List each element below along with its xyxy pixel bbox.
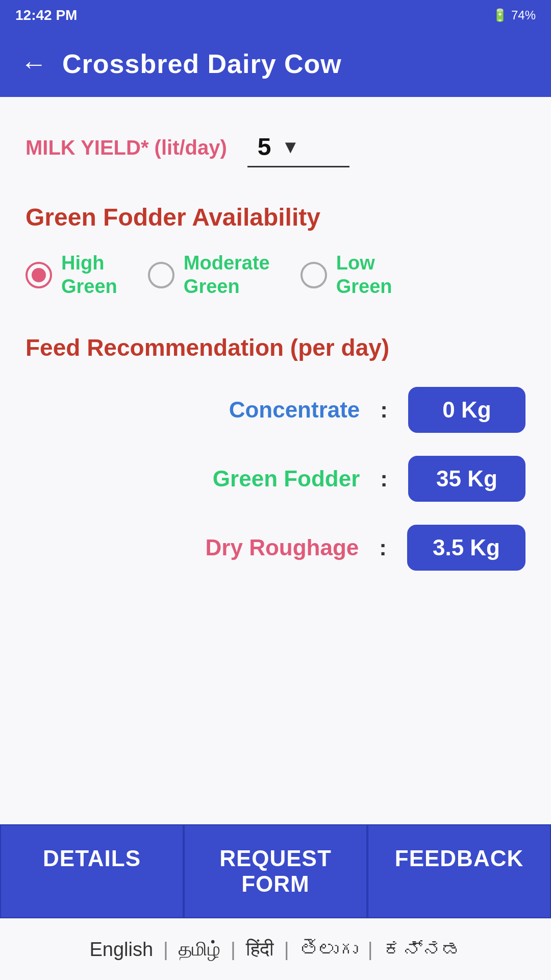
status-bar: 12:42 PM 🔋 74% bbox=[0, 0, 551, 31]
lang-kannada[interactable]: ಕನ್ನಡ bbox=[383, 939, 462, 961]
dry-roughage-label: Dry Roughage bbox=[206, 535, 359, 560]
milk-yield-label: MILK YIELD* (lit/day) bbox=[26, 136, 227, 159]
request-form-button[interactable]: REQUEST FORM bbox=[184, 824, 367, 918]
language-bar: English | தமிழ் | हिंदी | తెలుగు | ಕನ್ನಡ bbox=[0, 918, 551, 980]
feed-recommendation-title: Feed Recommendation (per day) bbox=[26, 334, 525, 361]
app-header: ← Crossbred Dairy Cow bbox=[0, 31, 551, 97]
green-fodder-colon: : bbox=[380, 466, 388, 492]
radio-moderate-green[interactable]: ModerateGreen bbox=[148, 252, 270, 298]
status-icons: 🔋 74% bbox=[492, 8, 536, 22]
green-fodder-value: 35 Kg bbox=[408, 456, 525, 502]
back-button[interactable]: ← bbox=[20, 48, 47, 79]
status-time: 12:42 PM bbox=[15, 7, 77, 23]
bottom-buttons: DETAILS REQUEST FORM FEEDBACK bbox=[0, 824, 551, 918]
green-fodder-radio-group: HighGreen ModerateGreen LowGreen bbox=[26, 252, 525, 298]
dropdown-arrow-icon: ▼ bbox=[282, 136, 300, 158]
lang-sep-1: | bbox=[163, 939, 168, 961]
feed-row-dry-roughage: Dry Roughage : 3.5 Kg bbox=[26, 525, 525, 571]
details-button[interactable]: DETAILS bbox=[0, 824, 184, 918]
milk-yield-value: 5 bbox=[258, 133, 271, 161]
lang-english[interactable]: English bbox=[89, 939, 153, 961]
green-fodder-title: Green Fodder Availability bbox=[26, 203, 525, 231]
main-content: MILK YIELD* (lit/day) 5 ▼ Green Fodder A… bbox=[0, 97, 551, 824]
radio-circle-high bbox=[26, 262, 52, 288]
feed-row-green-fodder: Green Fodder : 35 Kg bbox=[26, 456, 525, 502]
radio-circle-low bbox=[300, 262, 327, 288]
lang-sep-4: | bbox=[368, 939, 373, 961]
lang-telugu[interactable]: తెలుగు bbox=[299, 939, 358, 961]
page-title: Crossbred Dairy Cow bbox=[62, 48, 342, 79]
concentrate-colon: : bbox=[380, 397, 388, 423]
radio-label-low: LowGreen bbox=[336, 252, 392, 298]
milk-yield-dropdown[interactable]: 5 ▼ bbox=[247, 128, 349, 167]
concentrate-value: 0 Kg bbox=[408, 387, 525, 433]
radio-label-high: HighGreen bbox=[61, 252, 117, 298]
green-fodder-label: Green Fodder bbox=[213, 466, 360, 492]
radio-high-green[interactable]: HighGreen bbox=[26, 252, 117, 298]
radio-low-green[interactable]: LowGreen bbox=[300, 252, 392, 298]
battery-indicator: 🔋 74% bbox=[492, 8, 536, 22]
lang-sep-3: | bbox=[284, 939, 289, 961]
milk-yield-row: MILK YIELD* (lit/day) 5 ▼ bbox=[26, 128, 525, 167]
lang-tamil[interactable]: தமிழ் bbox=[179, 938, 220, 961]
feed-row-concentrate: Concentrate : 0 Kg bbox=[26, 387, 525, 433]
concentrate-label: Concentrate bbox=[229, 397, 360, 423]
feedback-button[interactable]: FEEDBACK bbox=[367, 824, 551, 918]
dry-roughage-colon: : bbox=[379, 535, 387, 560]
lang-hindi[interactable]: हिंदी bbox=[246, 938, 274, 961]
dry-roughage-value: 3.5 Kg bbox=[407, 525, 525, 571]
radio-label-moderate: ModerateGreen bbox=[184, 252, 270, 298]
radio-circle-moderate bbox=[148, 262, 174, 288]
lang-sep-2: | bbox=[231, 939, 236, 961]
